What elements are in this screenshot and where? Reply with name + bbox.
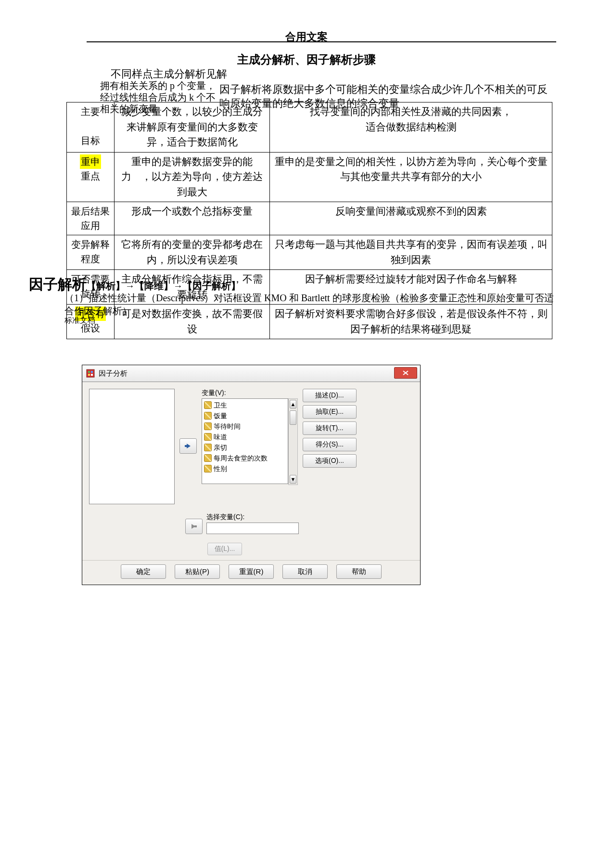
section-paragraph: （1）描述性统计量（Descriptives）对话框设置 KMO 和 Bartl… xyxy=(64,292,555,318)
variable-item[interactable]: 卫生 xyxy=(204,400,286,410)
scroll-down-icon[interactable]: ▼ xyxy=(290,475,296,484)
row-fa: 反响变量间潜藏或观察不到的因素 xyxy=(270,202,552,235)
svg-rect-3 xyxy=(88,374,90,376)
side-button[interactable]: 描述(D)... xyxy=(303,389,357,402)
svg-rect-4 xyxy=(91,374,93,376)
side-button[interactable]: 抽取(E)... xyxy=(303,405,357,419)
svg-rect-1 xyxy=(88,371,90,373)
standard-doc-label: 标准文档 xyxy=(64,316,95,326)
side-button[interactable]: 选项(O)... xyxy=(303,454,357,468)
row-fa: 只考虑每一题与其他题目共共享有的变异，因而有误差项，叫独到因素 xyxy=(270,235,552,270)
source-variable-list[interactable] xyxy=(89,389,175,504)
scroll-up-icon[interactable]: ▲ xyxy=(290,400,296,408)
variable-item[interactable]: 等待时间 xyxy=(204,421,286,432)
variable-item[interactable]: 性别 xyxy=(204,463,286,474)
dialog-footer: 确定粘贴(P)重置(R)取消帮助 xyxy=(82,560,420,585)
scroll-thumb[interactable] xyxy=(290,410,296,425)
variable-item[interactable]: 亲切 xyxy=(204,442,286,453)
move-to-selection-button[interactable] xyxy=(185,519,203,534)
row-label: 主要目标 xyxy=(67,102,115,153)
app-icon xyxy=(85,368,96,379)
value-button[interactable]: 值(L)... xyxy=(207,543,242,555)
variable-item[interactable]: 饭量 xyxy=(204,410,286,421)
header-rule xyxy=(87,41,556,42)
dialog-title: 因子分析 xyxy=(99,369,128,378)
svg-rect-2 xyxy=(91,371,93,373)
pca-intro-line1: 不同样点主成分解析见解 xyxy=(111,67,250,81)
variable-icon xyxy=(204,422,212,430)
variable-icon xyxy=(204,401,212,409)
row-pca: 减少变量个数，以较少的主成分来讲解原有变量间的大多数变异，适合于数据简化 xyxy=(115,102,270,153)
row-fa: 重申的是变量之间的相关性，以协方差为导向，关心每个变量与其他变量共共享有部分的大… xyxy=(270,152,552,202)
row-pca: 它将所有的变量的变异都考虑在内，所以没有误差项 xyxy=(115,235,270,270)
footer-button[interactable]: 确定 xyxy=(121,564,166,579)
variable-icon xyxy=(204,412,212,420)
row-pca: 重申的是讲解数据变异的能力 ，以方差为导向，使方差达到最大 xyxy=(115,152,270,202)
variables-list[interactable]: 卫生饭量等待时间味道亲切每周去食堂的次数性别 xyxy=(202,398,288,484)
variable-item[interactable]: 味道 xyxy=(204,432,286,442)
side-buttons: 描述(D)...抽取(E)...旋转(T)...得分(S)...选项(O)... xyxy=(303,389,357,504)
variable-icon xyxy=(204,454,212,462)
row-label: 最后结果应用 xyxy=(67,202,115,235)
footer-button[interactable]: 粘贴(P) xyxy=(175,564,220,579)
row-pca: 形成一个或数个总指标变量 xyxy=(115,202,270,235)
footer-button[interactable]: 重置(R) xyxy=(229,564,274,579)
selection-variable-label: 选择变量(C): xyxy=(206,513,299,522)
selection-variable-input[interactable] xyxy=(206,523,299,534)
variable-item[interactable]: 每周去食堂的次数 xyxy=(204,453,286,463)
footer-button[interactable]: 取消 xyxy=(282,564,328,579)
scrollbar[interactable]: ▲ ▼ xyxy=(288,398,298,485)
row-label: 变异解释程度 xyxy=(67,235,115,270)
svg-rect-6 xyxy=(194,525,197,527)
variable-icon xyxy=(204,465,212,472)
move-to-variables-button[interactable] xyxy=(179,438,197,454)
side-button[interactable]: 得分(S)... xyxy=(303,438,357,451)
variable-icon xyxy=(204,444,212,451)
row-label: 重申重点 xyxy=(67,152,115,202)
footer-button[interactable]: 帮助 xyxy=(336,564,382,579)
svg-rect-0 xyxy=(87,370,94,377)
doc-title: 主成分解析、因子解析步骤 xyxy=(0,52,613,67)
row-fa: 找寻变量间的内部相关性及潜藏的共同因素，适合做数据结构检测 xyxy=(270,102,552,153)
side-button[interactable]: 旋转(T)... xyxy=(303,421,357,435)
factor-analysis-dialog: 因子分析 变量(V): 卫生饭量等待时间味道亲切每周去食堂的次数性别 ▲ ▼ xyxy=(82,365,421,585)
dialog-titlebar: 因子分析 xyxy=(82,365,420,382)
svg-rect-5 xyxy=(185,445,187,447)
variable-icon xyxy=(204,433,212,441)
variables-label: 变量(V): xyxy=(202,389,298,397)
close-button[interactable] xyxy=(394,367,417,379)
